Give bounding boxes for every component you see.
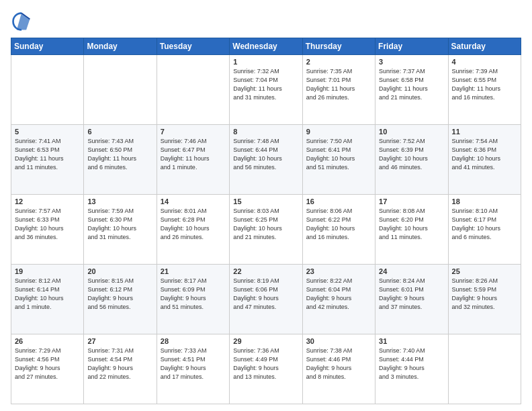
- day-number: 4: [452, 58, 517, 66]
- day-cell-19: 19Sunrise: 8:12 AM Sunset: 6:14 PM Dayli…: [11, 265, 84, 334]
- page: SundayMondayTuesdayWednesdayThursdayFrid…: [0, 0, 532, 411]
- day-number: 11: [452, 128, 517, 136]
- day-info: Sunrise: 7:33 AM Sunset: 4:51 PM Dayligh…: [161, 347, 226, 381]
- day-cell-16: 16Sunrise: 8:06 AM Sunset: 6:22 PM Dayli…: [302, 195, 375, 265]
- day-number: 8: [233, 128, 298, 136]
- day-number: 31: [379, 337, 444, 345]
- day-info: Sunrise: 8:24 AM Sunset: 6:01 PM Dayligh…: [379, 277, 444, 312]
- day-info: Sunrise: 8:15 AM Sunset: 6:12 PM Dayligh…: [87, 277, 152, 312]
- day-info: Sunrise: 8:08 AM Sunset: 6:20 PM Dayligh…: [379, 207, 444, 242]
- empty-cell: [11, 55, 84, 125]
- day-cell-25: 25Sunrise: 8:26 AM Sunset: 5:59 PM Dayli…: [448, 265, 521, 334]
- day-info: Sunrise: 7:38 AM Sunset: 4:46 PM Dayligh…: [306, 347, 371, 381]
- day-number: 3: [379, 58, 444, 66]
- day-number: 6: [87, 128, 152, 136]
- day-number: 10: [379, 128, 444, 136]
- day-cell-22: 22Sunrise: 8:19 AM Sunset: 6:06 PM Dayli…: [230, 265, 302, 334]
- calendar-table: SundayMondayTuesdayWednesdayThursdayFrid…: [11, 38, 521, 404]
- day-cell-9: 9Sunrise: 7:50 AM Sunset: 6:41 PM Daylig…: [302, 125, 375, 195]
- day-info: Sunrise: 7:52 AM Sunset: 6:39 PM Dayligh…: [379, 137, 444, 172]
- day-number: 1: [233, 58, 298, 66]
- day-info: Sunrise: 8:26 AM Sunset: 5:59 PM Dayligh…: [452, 277, 517, 312]
- day-number: 2: [306, 58, 371, 66]
- week-row-2: 5Sunrise: 7:41 AM Sunset: 6:53 PM Daylig…: [11, 125, 521, 195]
- day-header-tuesday: Tuesday: [157, 38, 229, 55]
- day-number: 25: [452, 267, 517, 275]
- day-info: Sunrise: 7:32 AM Sunset: 7:04 PM Dayligh…: [233, 67, 298, 102]
- day-number: 30: [306, 337, 371, 345]
- day-cell-18: 18Sunrise: 8:10 AM Sunset: 6:17 PM Dayli…: [448, 195, 521, 265]
- day-info: Sunrise: 7:48 AM Sunset: 6:44 PM Dayligh…: [233, 137, 298, 172]
- day-info: Sunrise: 7:54 AM Sunset: 6:36 PM Dayligh…: [452, 137, 517, 172]
- day-number: 14: [161, 197, 226, 205]
- day-cell-14: 14Sunrise: 8:01 AM Sunset: 6:28 PM Dayli…: [157, 195, 229, 265]
- day-header-friday: Friday: [375, 38, 448, 55]
- day-header-saturday: Saturday: [448, 38, 521, 55]
- day-info: Sunrise: 8:19 AM Sunset: 6:06 PM Dayligh…: [233, 277, 298, 312]
- day-cell-8: 8Sunrise: 7:48 AM Sunset: 6:44 PM Daylig…: [230, 125, 302, 195]
- day-cell-15: 15Sunrise: 8:03 AM Sunset: 6:25 PM Dayli…: [230, 195, 302, 265]
- day-info: Sunrise: 7:39 AM Sunset: 6:55 PM Dayligh…: [452, 67, 517, 102]
- day-info: Sunrise: 7:40 AM Sunset: 4:44 PM Dayligh…: [379, 347, 444, 381]
- day-cell-17: 17Sunrise: 8:08 AM Sunset: 6:20 PM Dayli…: [375, 195, 448, 265]
- day-number: 9: [306, 128, 371, 136]
- day-info: Sunrise: 7:50 AM Sunset: 6:41 PM Dayligh…: [306, 137, 371, 172]
- header: [11, 11, 521, 32]
- day-number: 15: [233, 197, 298, 205]
- day-cell-26: 26Sunrise: 7:29 AM Sunset: 4:56 PM Dayli…: [11, 334, 84, 404]
- day-info: Sunrise: 7:31 AM Sunset: 4:54 PM Dayligh…: [87, 347, 152, 381]
- week-row-4: 19Sunrise: 8:12 AM Sunset: 6:14 PM Dayli…: [11, 265, 521, 334]
- day-number: 12: [15, 197, 80, 205]
- day-info: Sunrise: 8:17 AM Sunset: 6:09 PM Dayligh…: [161, 277, 226, 312]
- logo-icon: [11, 11, 32, 32]
- day-cell-13: 13Sunrise: 7:59 AM Sunset: 6:30 PM Dayli…: [84, 195, 157, 265]
- day-number: 22: [233, 267, 298, 275]
- empty-cell: [157, 55, 229, 125]
- day-number: 26: [15, 337, 80, 345]
- day-number: 29: [233, 337, 298, 345]
- week-row-1: 1Sunrise: 7:32 AM Sunset: 7:04 PM Daylig…: [11, 55, 521, 125]
- day-info: Sunrise: 7:41 AM Sunset: 6:53 PM Dayligh…: [15, 137, 80, 172]
- day-header-thursday: Thursday: [302, 38, 375, 55]
- day-cell-3: 3Sunrise: 7:37 AM Sunset: 6:58 PM Daylig…: [375, 55, 448, 125]
- day-number: 13: [87, 197, 152, 205]
- day-info: Sunrise: 7:43 AM Sunset: 6:50 PM Dayligh…: [87, 137, 152, 172]
- day-number: 17: [379, 197, 444, 205]
- day-number: 5: [15, 128, 80, 136]
- day-info: Sunrise: 8:01 AM Sunset: 6:28 PM Dayligh…: [161, 207, 226, 242]
- empty-cell: [84, 55, 157, 125]
- day-number: 19: [15, 267, 80, 275]
- day-cell-23: 23Sunrise: 8:22 AM Sunset: 6:04 PM Dayli…: [302, 265, 375, 334]
- week-row-5: 26Sunrise: 7:29 AM Sunset: 4:56 PM Dayli…: [11, 334, 521, 404]
- day-cell-7: 7Sunrise: 7:46 AM Sunset: 6:47 PM Daylig…: [157, 125, 229, 195]
- day-number: 16: [306, 197, 371, 205]
- day-cell-10: 10Sunrise: 7:52 AM Sunset: 6:39 PM Dayli…: [375, 125, 448, 195]
- day-cell-31: 31Sunrise: 7:40 AM Sunset: 4:44 PM Dayli…: [375, 334, 448, 404]
- day-info: Sunrise: 7:35 AM Sunset: 7:01 PM Dayligh…: [306, 67, 371, 102]
- day-cell-12: 12Sunrise: 7:57 AM Sunset: 6:33 PM Dayli…: [11, 195, 84, 265]
- empty-cell: [448, 334, 521, 404]
- day-info: Sunrise: 7:36 AM Sunset: 4:49 PM Dayligh…: [233, 347, 298, 381]
- day-number: 18: [452, 197, 517, 205]
- day-cell-6: 6Sunrise: 7:43 AM Sunset: 6:50 PM Daylig…: [84, 125, 157, 195]
- day-info: Sunrise: 8:10 AM Sunset: 6:17 PM Dayligh…: [452, 207, 517, 242]
- day-header-wednesday: Wednesday: [230, 38, 302, 55]
- logo: [11, 11, 35, 32]
- day-number: 7: [161, 128, 226, 136]
- day-cell-24: 24Sunrise: 8:24 AM Sunset: 6:01 PM Dayli…: [375, 265, 448, 334]
- day-header-sunday: Sunday: [11, 38, 84, 55]
- day-info: Sunrise: 7:37 AM Sunset: 6:58 PM Dayligh…: [379, 67, 444, 102]
- day-number: 24: [379, 267, 444, 275]
- day-info: Sunrise: 8:22 AM Sunset: 6:04 PM Dayligh…: [306, 277, 371, 312]
- day-cell-21: 21Sunrise: 8:17 AM Sunset: 6:09 PM Dayli…: [157, 265, 229, 334]
- day-cell-30: 30Sunrise: 7:38 AM Sunset: 4:46 PM Dayli…: [302, 334, 375, 404]
- day-cell-27: 27Sunrise: 7:31 AM Sunset: 4:54 PM Dayli…: [84, 334, 157, 404]
- day-number: 21: [161, 267, 226, 275]
- day-info: Sunrise: 8:12 AM Sunset: 6:14 PM Dayligh…: [15, 277, 80, 312]
- day-cell-29: 29Sunrise: 7:36 AM Sunset: 4:49 PM Dayli…: [230, 334, 302, 404]
- day-cell-2: 2Sunrise: 7:35 AM Sunset: 7:01 PM Daylig…: [302, 55, 375, 125]
- day-number: 27: [87, 337, 152, 345]
- day-cell-11: 11Sunrise: 7:54 AM Sunset: 6:36 PM Dayli…: [448, 125, 521, 195]
- day-number: 23: [306, 267, 371, 275]
- day-cell-1: 1Sunrise: 7:32 AM Sunset: 7:04 PM Daylig…: [230, 55, 302, 125]
